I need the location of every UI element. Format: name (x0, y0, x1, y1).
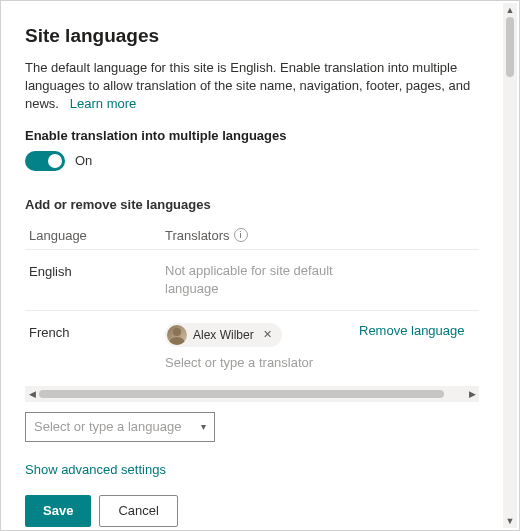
table-header: Language Translators i (25, 222, 479, 250)
translation-toggle[interactable] (25, 151, 65, 171)
translator-input-placeholder[interactable]: Select or type a translator (165, 355, 313, 370)
table-row: French Alex Wilber ✕ Select or type a tr… (25, 311, 479, 382)
scroll-left-icon[interactable]: ◀ (25, 387, 39, 401)
language-picker[interactable]: Select or type a language ▾ (25, 412, 215, 442)
table-row: English Not applicable for site default … (25, 250, 479, 311)
button-row: Save Cancel (25, 495, 479, 527)
settings-panel: Site languages The default language for … (1, 1, 503, 530)
column-translators: Translators i (165, 228, 359, 243)
languages-table: Language Translators i English Not appli… (25, 222, 479, 382)
translator-pill: Alex Wilber ✕ (165, 323, 282, 347)
info-icon[interactable]: i (234, 228, 248, 242)
scrollbar-thumb[interactable] (506, 17, 514, 77)
translator-name: Alex Wilber (193, 328, 254, 342)
scroll-up-icon[interactable]: ▲ (505, 5, 515, 15)
vertical-scrollbar[interactable]: ▲ ▼ (503, 3, 517, 528)
advanced-settings-link[interactable]: Show advanced settings (25, 462, 479, 477)
remove-translator-icon[interactable]: ✕ (260, 327, 276, 343)
svg-point-0 (173, 328, 181, 336)
scroll-right-icon[interactable]: ▶ (465, 387, 479, 401)
remove-language-link[interactable]: Remove language (359, 323, 465, 338)
avatar (167, 325, 187, 345)
scrollbar-thumb[interactable] (39, 390, 444, 398)
section-title: Add or remove site languages (25, 197, 479, 212)
column-language: Language (25, 228, 165, 243)
scroll-down-icon[interactable]: ▼ (505, 516, 515, 526)
language-name: French (25, 323, 165, 340)
learn-more-link[interactable]: Learn more (70, 96, 136, 111)
svg-point-1 (169, 337, 185, 345)
page-description: The default language for this site is En… (25, 59, 479, 114)
toggle-knob (48, 154, 62, 168)
save-button[interactable]: Save (25, 495, 91, 527)
default-language-note: Not applicable for site default language (165, 262, 359, 298)
cancel-button[interactable]: Cancel (99, 495, 177, 527)
toggle-state: On (75, 153, 92, 168)
page-title: Site languages (25, 25, 479, 47)
language-name: English (25, 262, 165, 279)
horizontal-scrollbar[interactable]: ◀ ▶ (25, 386, 479, 402)
toggle-label: Enable translation into multiple languag… (25, 128, 479, 143)
chevron-down-icon: ▾ (201, 421, 206, 432)
